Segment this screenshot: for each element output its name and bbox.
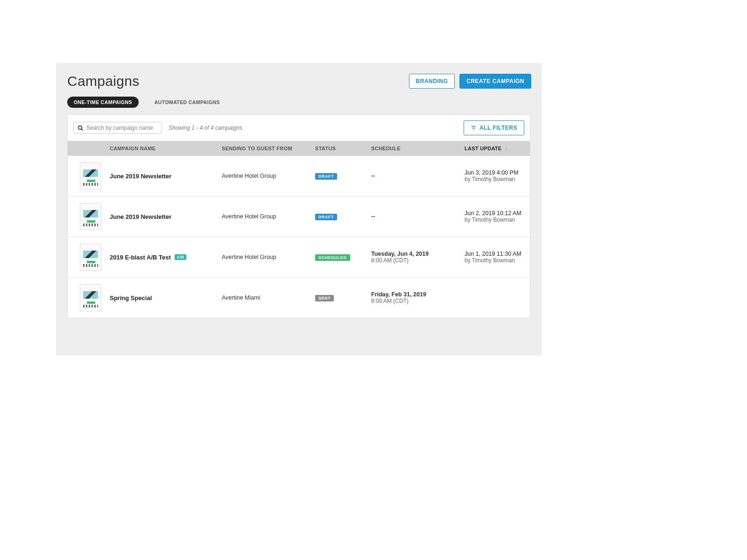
campaign-name-cell: June 2019 Newsletter	[110, 213, 222, 220]
status-badge: SENT	[315, 295, 334, 301]
table-row[interactable]: June 2019 Newsletter Avertine Hotel Grou…	[68, 196, 530, 237]
table-header: CAMPAIGN NAME SENDING TO GUEST FROM STAT…	[68, 141, 530, 156]
schedule-date: Friday, Feb 31, 2019	[371, 291, 465, 298]
col-last-update-label: LAST UPDATE	[465, 146, 501, 151]
last-update-cell: Jun 3, 2019 4:00 PM by Timothy Bowman	[465, 169, 530, 182]
schedule-date: --	[371, 213, 465, 220]
tab-automated-campaigns[interactable]: AUTOMATED CAMPAIGNS	[148, 97, 226, 108]
col-sending-to[interactable]: SENDING TO GUEST FROM	[222, 146, 315, 151]
schedule-cell: Tuesday, Jun 4, 2019 8:00 AM (CDT)	[371, 251, 465, 264]
sending-to-cell: Avertine Hotel Group	[222, 254, 315, 260]
update-date: Jun 3, 2019 4:00 PM	[465, 169, 530, 176]
sending-to-cell: Avertine Hotel Group	[222, 213, 315, 220]
campaign-thumbnail	[80, 162, 101, 189]
status-badge: SCHEDULED	[315, 254, 350, 261]
campaign-name: 2019 E-blast A/B Test	[110, 254, 171, 261]
panel-toolbar: Showing 1 - 4 of 4 campaigns ALL FILTERS	[68, 115, 530, 141]
last-update-cell: Jun 2, 2019 10:12 AM by Timothy Bowman	[465, 210, 530, 223]
tab-one-time-campaigns[interactable]: ONE-TIME CAMPAIGNS	[67, 97, 139, 108]
campaign-thumbnail	[80, 244, 101, 271]
tabs-row: ONE-TIME CAMPAIGNS AUTOMATED CAMPAIGNS	[56, 94, 542, 114]
page-title: Campaigns	[67, 73, 139, 89]
search-input[interactable]	[86, 125, 158, 131]
ab-test-badge: A/B	[175, 254, 187, 260]
sort-arrow-down-icon: ↓	[505, 146, 508, 151]
status-cell: SCHEDULED	[315, 253, 371, 261]
campaign-name: June 2019 Newsletter	[110, 173, 171, 180]
status-cell: DRAFT	[315, 172, 371, 180]
table-row[interactable]: 2019 E-blast A/B Test A/B Avertine Hotel…	[68, 237, 530, 277]
campaign-name-cell: Spring Special	[110, 294, 222, 301]
col-status[interactable]: STATUS	[315, 146, 371, 151]
schedule-time: 8:00 AM (CDT)	[371, 257, 465, 264]
campaign-name: Spring Special	[110, 294, 152, 301]
update-by: by Timothy Bowman	[465, 257, 530, 264]
branding-button[interactable]: BRANDING	[409, 74, 455, 89]
col-last-update[interactable]: LAST UPDATE ↓	[465, 146, 530, 151]
status-badge: DRAFT	[315, 173, 337, 180]
schedule-date: Tuesday, Jun 4, 2019	[371, 251, 465, 257]
update-date: Jun 1, 2019 11:30 AM	[465, 251, 530, 257]
campaign-name: June 2019 Newsletter	[110, 213, 171, 220]
create-campaign-button[interactable]: CREATE CAMPAIGN	[459, 74, 531, 89]
schedule-cell: --	[371, 213, 465, 220]
sending-to-cell: Avertine Hotel Group	[222, 173, 315, 179]
app-frame: Campaigns BRANDING CREATE CAMPAIGN ONE-T…	[56, 63, 542, 356]
schedule-time: 8:00 AM (CDT)	[371, 298, 465, 304]
schedule-cell: --	[371, 173, 465, 179]
search-wrap[interactable]	[73, 122, 162, 134]
col-schedule[interactable]: SCHEDULE	[371, 146, 465, 151]
svg-line-1	[81, 129, 83, 130]
page-header: Campaigns BRANDING CREATE CAMPAIGN	[56, 63, 542, 94]
col-campaign-name[interactable]: CAMPAIGN NAME	[110, 146, 222, 151]
schedule-cell: Friday, Feb 31, 2019 8:00 AM (CDT)	[371, 291, 465, 304]
status-badge: DRAFT	[315, 214, 337, 220]
search-icon	[78, 125, 84, 131]
update-by: by Timothy Bowman	[465, 217, 530, 223]
campaign-name-cell: June 2019 Newsletter	[110, 173, 222, 180]
campaign-thumbnail	[80, 284, 101, 311]
update-by: by Timothy Bowman	[465, 176, 530, 182]
campaign-name-cell: 2019 E-blast A/B Test A/B	[110, 254, 222, 261]
all-filters-label: ALL FILTERS	[479, 125, 517, 131]
all-filters-button[interactable]: ALL FILTERS	[464, 120, 524, 135]
table-row[interactable]: Spring Special Avertine Miami SENT Frida…	[68, 277, 530, 318]
status-cell: SENT	[315, 294, 371, 301]
svg-point-0	[78, 126, 82, 129]
filter-icon	[471, 125, 477, 131]
status-cell: DRAFT	[315, 213, 371, 220]
showing-count: Showing 1 - 4 of 4 campaigns	[169, 125, 242, 131]
campaign-thumbnail	[80, 203, 101, 230]
last-update-cell: Jun 1, 2019 11:30 AM by Timothy Bowman	[465, 251, 530, 264]
update-date: Jun 2, 2019 10:12 AM	[465, 210, 530, 217]
sending-to-cell: Avertine Miami	[222, 294, 315, 301]
schedule-date: --	[371, 173, 465, 179]
campaigns-panel: Showing 1 - 4 of 4 campaigns ALL FILTERS…	[67, 114, 530, 318]
header-actions: BRANDING CREATE CAMPAIGN	[409, 74, 531, 89]
table-row[interactable]: June 2019 Newsletter Avertine Hotel Grou…	[68, 156, 530, 196]
